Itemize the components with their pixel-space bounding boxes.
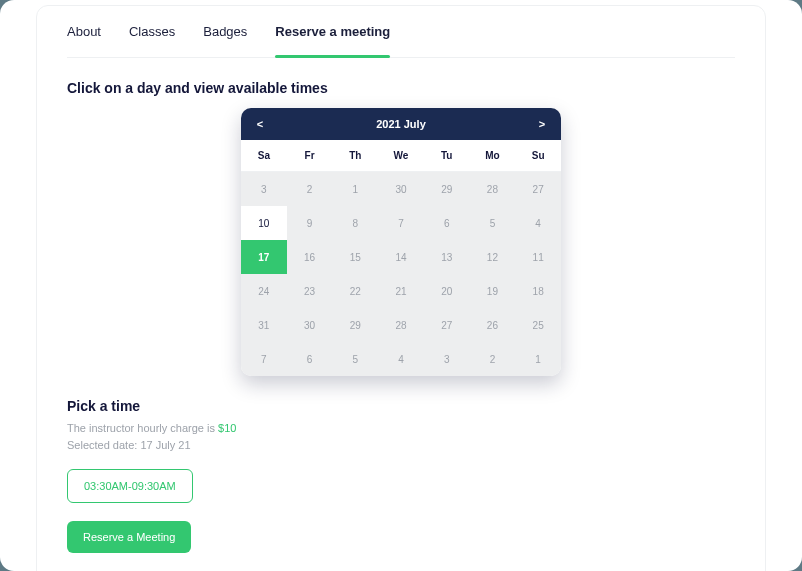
calendar-day-cell[interactable]: 11 <box>515 240 561 274</box>
calendar-day-cell[interactable]: 1 <box>332 172 378 206</box>
calendar-day-cell[interactable]: 28 <box>378 308 424 342</box>
calendar-day-cell[interactable]: 3 <box>241 172 287 206</box>
calendar-day-cell[interactable]: 3 <box>424 342 470 376</box>
calendar-day-cell[interactable]: 8 <box>332 206 378 240</box>
calendar-day-cell[interactable]: 27 <box>515 172 561 206</box>
charge-info: The instructor hourly charge is $10 Sele… <box>67 420 735 453</box>
calendar-day-cell[interactable]: 26 <box>470 308 516 342</box>
calendar-dayname: Sa <box>241 140 287 171</box>
calendar-day-cell[interactable]: 5 <box>332 342 378 376</box>
calendar-day-cell[interactable]: 1 <box>515 342 561 376</box>
calendar-day-cell[interactable]: 27 <box>424 308 470 342</box>
calendar-day-cell[interactable]: 15 <box>332 240 378 274</box>
calendar-day-cell[interactable]: 17 <box>241 240 287 274</box>
tab-badges[interactable]: Badges <box>203 24 247 47</box>
calendar-day-cell[interactable]: 7 <box>378 206 424 240</box>
calendar-day-cell[interactable]: 29 <box>424 172 470 206</box>
calendar-day-cell[interactable]: 28 <box>470 172 516 206</box>
calendar-day-cell[interactable]: 4 <box>515 206 561 240</box>
charge-price: $10 <box>218 422 236 434</box>
calendar: < 2021 July > SaFrThWeTuMoSu 32130292827… <box>241 108 561 376</box>
calendar-grid: 3213029282710987654171615141312112423222… <box>241 172 561 376</box>
calendar-day-cell[interactable]: 5 <box>470 206 516 240</box>
calendar-day-cell[interactable]: 16 <box>287 240 333 274</box>
calendar-day-cell[interactable]: 19 <box>470 274 516 308</box>
calendar-day-cell[interactable]: 24 <box>241 274 287 308</box>
calendar-dayname: Su <box>515 140 561 171</box>
calendar-day-cell[interactable]: 2 <box>470 342 516 376</box>
tab-about[interactable]: About <box>67 24 101 47</box>
calendar-day-cell[interactable]: 29 <box>332 308 378 342</box>
calendar-day-cell[interactable]: 7 <box>241 342 287 376</box>
calendar-day-cell[interactable]: 10 <box>241 206 287 240</box>
tab-bar: About Classes Badges Reserve a meeting <box>67 6 735 58</box>
calendar-day-cell[interactable]: 21 <box>378 274 424 308</box>
calendar-prev-button[interactable]: < <box>253 118 267 130</box>
calendar-day-cell[interactable]: 12 <box>470 240 516 274</box>
calendar-daynames: SaFrThWeTuMoSu <box>241 140 561 172</box>
time-slot-option[interactable]: 03:30AM-09:30AM <box>67 469 193 503</box>
section-title-pick-day: Click on a day and view available times <box>67 80 735 96</box>
calendar-day-cell[interactable]: 4 <box>378 342 424 376</box>
tab-classes[interactable]: Classes <box>129 24 175 47</box>
calendar-day-cell[interactable]: 18 <box>515 274 561 308</box>
calendar-day-cell[interactable]: 2 <box>287 172 333 206</box>
tab-reserve-meeting[interactable]: Reserve a meeting <box>275 24 390 47</box>
calendar-day-cell[interactable]: 23 <box>287 274 333 308</box>
calendar-day-cell[interactable]: 25 <box>515 308 561 342</box>
calendar-day-cell[interactable]: 6 <box>424 206 470 240</box>
calendar-dayname: Mo <box>470 140 516 171</box>
section-title-pick-time: Pick a time <box>67 398 735 414</box>
charge-prefix: The instructor hourly charge is <box>67 422 218 434</box>
calendar-dayname: We <box>378 140 424 171</box>
calendar-day-cell[interactable]: 13 <box>424 240 470 274</box>
calendar-dayname: Fr <box>287 140 333 171</box>
calendar-day-cell[interactable]: 9 <box>287 206 333 240</box>
calendar-day-cell[interactable]: 22 <box>332 274 378 308</box>
calendar-day-cell[interactable]: 31 <box>241 308 287 342</box>
calendar-dayname: Th <box>332 140 378 171</box>
calendar-day-cell[interactable]: 6 <box>287 342 333 376</box>
reserve-meeting-button[interactable]: Reserve a Meeting <box>67 521 191 553</box>
calendar-day-cell[interactable]: 30 <box>287 308 333 342</box>
calendar-day-cell[interactable]: 14 <box>378 240 424 274</box>
selected-date: Selected date: 17 July 21 <box>67 439 191 451</box>
calendar-next-button[interactable]: > <box>535 118 549 130</box>
calendar-day-cell[interactable]: 30 <box>378 172 424 206</box>
calendar-day-cell[interactable]: 20 <box>424 274 470 308</box>
calendar-dayname: Tu <box>424 140 470 171</box>
calendar-title: 2021 July <box>376 118 426 130</box>
